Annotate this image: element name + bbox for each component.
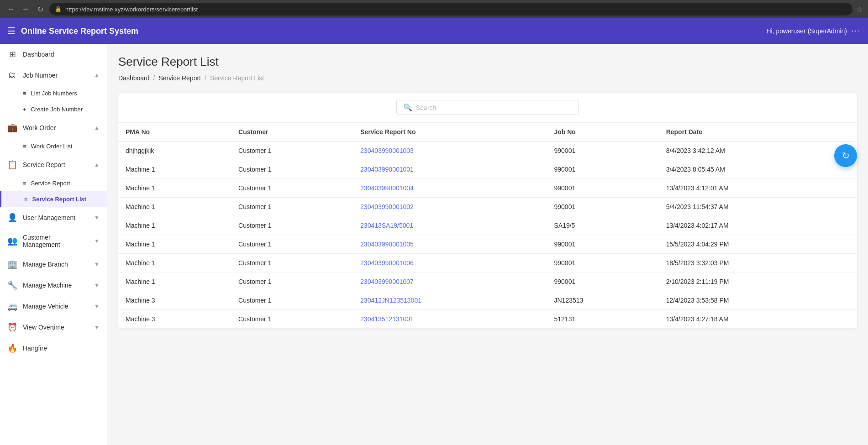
cell-report-no[interactable]: 230403990001002 bbox=[353, 198, 547, 216]
report-link[interactable]: 230413512131001 bbox=[360, 315, 414, 323]
user-greeting: Hi, poweruser (SuperAdmin) bbox=[766, 27, 847, 35]
sidebar-item-service-report-item[interactable]: ≡ Service Report bbox=[0, 175, 107, 191]
report-link[interactable]: 230403990001005 bbox=[360, 241, 414, 248]
sidebar-item-job-number[interactable]: 🗂 Job Number ▲ bbox=[0, 65, 107, 85]
sidebar-item-service-report[interactable]: 📋 Service Report ▲ bbox=[0, 154, 107, 175]
reload-button[interactable]: ↻ bbox=[35, 4, 46, 15]
cell-pma: Machine 3 bbox=[118, 310, 231, 329]
sidebar-item-work-order-list[interactable]: ≡ Work Order List bbox=[0, 138, 107, 154]
forward-button[interactable]: → bbox=[20, 4, 31, 15]
cell-customer: Customer 1 bbox=[231, 179, 353, 198]
list-icon: ≡ bbox=[23, 180, 26, 187]
cell-pma: Machine 1 bbox=[118, 254, 231, 272]
url-text: https://dev.mstime.xyz/workorders/servic… bbox=[65, 6, 198, 13]
report-link[interactable]: 230413SA19/5001 bbox=[360, 222, 413, 229]
report-link[interactable]: 230403990001001 bbox=[360, 166, 414, 173]
cell-report-no[interactable]: 230413SA19/5001 bbox=[353, 216, 547, 235]
cell-report-no[interactable]: 230403990001001 bbox=[353, 160, 547, 179]
sidebar-item-create-job-number[interactable]: + Create Job Number bbox=[0, 101, 107, 117]
report-link[interactable]: 230403990001002 bbox=[360, 203, 414, 210]
back-button[interactable]: ← bbox=[5, 4, 16, 15]
cell-report-no[interactable]: 230403990001006 bbox=[353, 254, 547, 272]
sidebar-item-user-management[interactable]: 👤 User Management ▼ bbox=[0, 207, 107, 228]
cell-pma: Machine 1 bbox=[118, 216, 231, 235]
sidebar-item-dashboard[interactable]: ⊞ Dashboard bbox=[0, 44, 107, 65]
plus-icon: + bbox=[23, 106, 26, 113]
sidebar-item-list-job-numbers[interactable]: ≡ List Job Numbers bbox=[0, 85, 107, 101]
sidebar-item-manage-branch[interactable]: 🏢 Manage Branch ▼ bbox=[0, 254, 107, 275]
app-title: Online Service Report System bbox=[21, 26, 138, 36]
job-number-icon: 🗂 bbox=[7, 70, 17, 80]
col-report-no: Service Report No bbox=[353, 123, 547, 141]
col-pma: PMA No bbox=[118, 123, 231, 141]
report-link[interactable]: 230403990001004 bbox=[360, 184, 414, 192]
cell-date: 2/10/2023 2:11:19 PM bbox=[659, 272, 857, 291]
cell-report-no[interactable]: 230413512131001 bbox=[353, 310, 547, 329]
report-link[interactable]: 230403990001006 bbox=[360, 259, 414, 267]
chevron-down-icon: ▼ bbox=[94, 282, 100, 288]
chevron-up-icon: ▲ bbox=[94, 72, 100, 79]
cell-report-no[interactable]: 230403990001005 bbox=[353, 235, 547, 254]
top-nav-left: ☰ Online Service Report System bbox=[7, 26, 766, 37]
cell-report-no[interactable]: 230403990001004 bbox=[353, 179, 547, 198]
breadcrumb-current: Service Report List bbox=[210, 74, 264, 82]
table-row: Machine 3 Customer 1 230412JN123513001 J… bbox=[118, 291, 857, 310]
cell-report-no[interactable]: 230412JN123513001 bbox=[353, 291, 547, 310]
chevron-up-icon: ▲ bbox=[94, 162, 100, 168]
app-wrapper: ☰ Online Service Report System Hi, power… bbox=[0, 18, 868, 445]
dashboard-icon: ⊞ bbox=[7, 49, 17, 59]
breadcrumb-service-report[interactable]: Service Report bbox=[158, 74, 201, 82]
table-row: Machine 1 Customer 1 230403990001007 990… bbox=[118, 272, 857, 291]
customer-management-icon: 👥 bbox=[7, 236, 17, 246]
table-body: dhjhggjkjk Customer 1 230403990001003 99… bbox=[118, 141, 857, 329]
cell-pma: Machine 1 bbox=[118, 179, 231, 198]
hamburger-button[interactable]: ☰ bbox=[7, 26, 16, 37]
report-link[interactable]: 230403990001003 bbox=[360, 147, 414, 154]
sidebar-item-view-overtime[interactable]: ⏰ View Overtime ▼ bbox=[0, 317, 107, 338]
sidebar-item-work-order[interactable]: 💼 Work Order ▲ bbox=[0, 117, 107, 138]
breadcrumb-sep-1: / bbox=[153, 74, 155, 82]
cell-date: 18/5/2023 3:32:03 PM bbox=[659, 254, 857, 272]
cell-customer: Customer 1 bbox=[231, 291, 353, 310]
top-nav: ☰ Online Service Report System Hi, power… bbox=[0, 18, 868, 44]
cell-report-no[interactable]: 230403990001003 bbox=[353, 141, 547, 160]
col-date: Report Date bbox=[659, 123, 857, 141]
cell-job-no: 990001 bbox=[547, 272, 658, 291]
cell-customer: Customer 1 bbox=[231, 160, 353, 179]
user-management-icon: 👤 bbox=[7, 213, 17, 223]
lock-icon: 🔒 bbox=[55, 6, 62, 12]
cell-customer: Customer 1 bbox=[231, 198, 353, 216]
more-options-button[interactable]: ⋮ bbox=[851, 26, 862, 36]
sidebar-item-customer-management[interactable]: 👥 Customer Management ▼ bbox=[0, 228, 107, 254]
cell-report-no[interactable]: 230403990001007 bbox=[353, 272, 547, 291]
table-row: Machine 1 Customer 1 230403990001005 990… bbox=[118, 235, 857, 254]
star-icon[interactable]: ☆ bbox=[856, 5, 863, 14]
table-header: PMA No Customer Service Report No Job No… bbox=[118, 123, 857, 141]
refresh-button[interactable]: ↻ bbox=[834, 144, 857, 167]
report-link[interactable]: 230412JN123513001 bbox=[360, 297, 421, 304]
breadcrumb: Dashboard / Service Report / Service Rep… bbox=[118, 74, 857, 82]
table-row: Machine 1 Customer 1 230403990001006 990… bbox=[118, 254, 857, 272]
cell-job-no: 990001 bbox=[547, 141, 658, 160]
sidebar-item-hangfire[interactable]: 🔥 Hangfire bbox=[0, 338, 107, 359]
manage-machine-icon: 🔧 bbox=[7, 280, 17, 290]
address-bar[interactable]: 🔒 https://dev.mstime.xyz/workorders/serv… bbox=[49, 3, 852, 16]
sidebar-item-service-report-list[interactable]: ≡ Service Report List bbox=[0, 191, 107, 207]
sidebar-item-manage-vehicle[interactable]: 🚐 Manage Vehicle ▼ bbox=[0, 296, 107, 317]
sidebar-item-label: Customer Management bbox=[23, 234, 89, 248]
cell-date: 15/5/2023 4:04:29 PM bbox=[659, 235, 857, 254]
cell-customer: Customer 1 bbox=[231, 141, 353, 160]
search-input[interactable] bbox=[416, 104, 572, 111]
col-customer: Customer bbox=[231, 123, 353, 141]
main-body: ⊞ Dashboard 🗂 Job Number ▲ ≡ List Job Nu… bbox=[0, 44, 868, 445]
report-link[interactable]: 230403990001007 bbox=[360, 278, 414, 285]
manage-vehicle-icon: 🚐 bbox=[7, 301, 17, 311]
table-row: Machine 1 Customer 1 230403990001004 990… bbox=[118, 179, 857, 198]
list-icon: ≡ bbox=[23, 90, 26, 97]
cell-customer: Customer 1 bbox=[231, 254, 353, 272]
sidebar-item-manage-machine[interactable]: 🔧 Manage Machine ▼ bbox=[0, 275, 107, 296]
breadcrumb-dashboard[interactable]: Dashboard bbox=[118, 74, 150, 82]
sidebar-item-label: Manage Machine bbox=[23, 282, 89, 289]
chevron-down-icon: ▼ bbox=[94, 215, 100, 221]
sidebar-item-label: User Management bbox=[23, 214, 89, 221]
